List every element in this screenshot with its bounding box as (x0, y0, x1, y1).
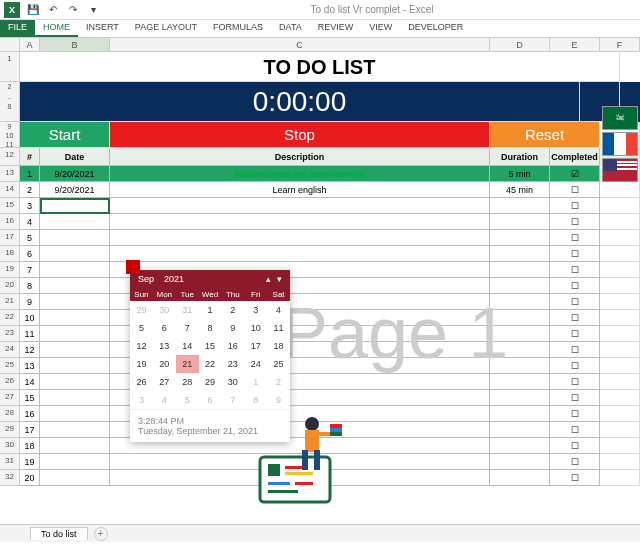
cell-completed-checkbox[interactable]: ☐ (550, 470, 600, 486)
calendar-day[interactable]: 5 (130, 319, 153, 337)
col-header-c[interactable]: C (110, 38, 490, 51)
col-header-a[interactable]: A (20, 38, 40, 51)
cell-completed-checkbox[interactable]: ☑ (550, 166, 600, 182)
stop-button[interactable]: Stop (110, 122, 490, 148)
calendar-day[interactable]: 2 (221, 301, 244, 319)
row-header[interactable]: 25 (0, 358, 20, 374)
save-icon[interactable]: 💾 (26, 3, 40, 17)
tab-developer[interactable]: DEVELOPER (400, 20, 471, 37)
flag-usa[interactable] (602, 158, 638, 182)
calendar-day[interactable]: 28 (176, 373, 199, 391)
cell-completed-checkbox[interactable]: ☐ (550, 438, 600, 454)
cell-completed-checkbox[interactable]: ☐ (550, 406, 600, 422)
calendar-day[interactable]: 16 (221, 337, 244, 355)
cell-num[interactable]: 20 (20, 470, 40, 486)
cell-completed-checkbox[interactable]: ☐ (550, 374, 600, 390)
redo-icon[interactable]: ↷ (66, 3, 80, 17)
calendar-day[interactable]: 1 (244, 373, 267, 391)
cell-date[interactable] (40, 326, 110, 342)
cell-duration[interactable] (490, 470, 550, 486)
tab-data[interactable]: DATA (271, 20, 310, 37)
cell-date[interactable] (40, 406, 110, 422)
calendar-day[interactable]: 21 (176, 355, 199, 373)
cell-date[interactable] (40, 198, 110, 214)
cell-num[interactable]: 1 (20, 166, 40, 182)
calendar-day[interactable]: 15 (199, 337, 222, 355)
row-header[interactable]: 12 (0, 148, 20, 166)
calendar-day[interactable]: 10 (244, 319, 267, 337)
calendar-day[interactable]: 20 (153, 355, 176, 373)
cell-date[interactable] (40, 294, 110, 310)
cell-duration[interactable] (490, 342, 550, 358)
cell-num[interactable]: 11 (20, 326, 40, 342)
cell-duration[interactable] (490, 374, 550, 390)
calendar-day[interactable]: 9 (221, 319, 244, 337)
row-header[interactable]: 17 (0, 230, 20, 246)
row-header[interactable]: 2..8 (0, 82, 20, 122)
cell-duration[interactable] (490, 454, 550, 470)
cell-num[interactable]: 10 (20, 310, 40, 326)
calendar-day[interactable]: 11 (267, 319, 290, 337)
start-button[interactable]: Start (20, 122, 110, 148)
cell-duration[interactable] (490, 214, 550, 230)
cell-num[interactable]: 4 (20, 214, 40, 230)
cell-date[interactable] (40, 214, 110, 230)
cell-num[interactable]: 6 (20, 246, 40, 262)
cell-date[interactable]: 9/20/2021 (40, 166, 110, 182)
cell-num[interactable]: 15 (20, 390, 40, 406)
row-header[interactable]: 1 (0, 52, 20, 82)
calendar-day[interactable]: 1 (199, 301, 222, 319)
row-header[interactable]: 27 (0, 390, 20, 406)
cell-completed-checkbox[interactable]: ☐ (550, 214, 600, 230)
cell-duration[interactable] (490, 262, 550, 278)
cell-duration[interactable] (490, 326, 550, 342)
datepicker-handle-icon[interactable] (126, 260, 140, 274)
cell-completed-checkbox[interactable]: ☐ (550, 262, 600, 278)
col-header-b[interactable]: B (40, 38, 110, 51)
date-picker[interactable]: Sep 2021 ▴ ▾ SunMonTueWedThuFriSat 29303… (130, 270, 290, 442)
calendar-day[interactable]: 18 (267, 337, 290, 355)
calendar-day[interactable]: 27 (153, 373, 176, 391)
cell-date[interactable] (40, 438, 110, 454)
cell-desc[interactable] (110, 230, 490, 246)
calendar-day[interactable]: 8 (244, 391, 267, 409)
tab-insert[interactable]: INSERT (78, 20, 127, 37)
customize-qat-icon[interactable]: ▾ (86, 3, 100, 17)
calendar-day[interactable]: 4 (153, 391, 176, 409)
cell-date[interactable] (40, 262, 110, 278)
cell-num[interactable]: 13 (20, 358, 40, 374)
calendar-day[interactable]: 8 (199, 319, 222, 337)
cell-num[interactable]: 16 (20, 406, 40, 422)
cell-date[interactable] (40, 358, 110, 374)
col-header-d[interactable]: D (490, 38, 550, 51)
row-header[interactable]: 30 (0, 438, 20, 454)
cell-date[interactable] (40, 422, 110, 438)
tab-file[interactable]: FILE (0, 20, 35, 37)
select-all-corner[interactable] (0, 38, 20, 51)
cell-num[interactable]: 7 (20, 262, 40, 278)
cell-completed-checkbox[interactable]: ☐ (550, 326, 600, 342)
calendar-day[interactable]: 30 (153, 301, 176, 319)
flag-france[interactable] (602, 132, 638, 156)
calendar-day[interactable]: 6 (199, 391, 222, 409)
row-header[interactable]: 20 (0, 278, 20, 294)
cell-completed-checkbox[interactable]: ☐ (550, 182, 600, 198)
cell-duration[interactable] (490, 422, 550, 438)
cell-date[interactable] (40, 470, 110, 486)
calendar-day[interactable]: 7 (176, 319, 199, 337)
calendar-day[interactable]: 13 (153, 337, 176, 355)
calendar-day[interactable]: 4 (267, 301, 290, 319)
cell-date[interactable] (40, 246, 110, 262)
row-header[interactable]: 14 (0, 182, 20, 198)
cell-duration[interactable] (490, 246, 550, 262)
cell-duration[interactable] (490, 230, 550, 246)
calendar-day[interactable]: 9 (267, 391, 290, 409)
row-header[interactable]: 16 (0, 214, 20, 230)
row-header[interactable]: 91011 (0, 122, 20, 148)
cell-num[interactable]: 5 (20, 230, 40, 246)
cell-completed-checkbox[interactable]: ☐ (550, 246, 600, 262)
cell-date[interactable] (40, 310, 110, 326)
tab-page-layout[interactable]: PAGE LAYOUT (127, 20, 205, 37)
cell-desc[interactable] (110, 246, 490, 262)
row-header[interactable]: 32 (0, 470, 20, 486)
